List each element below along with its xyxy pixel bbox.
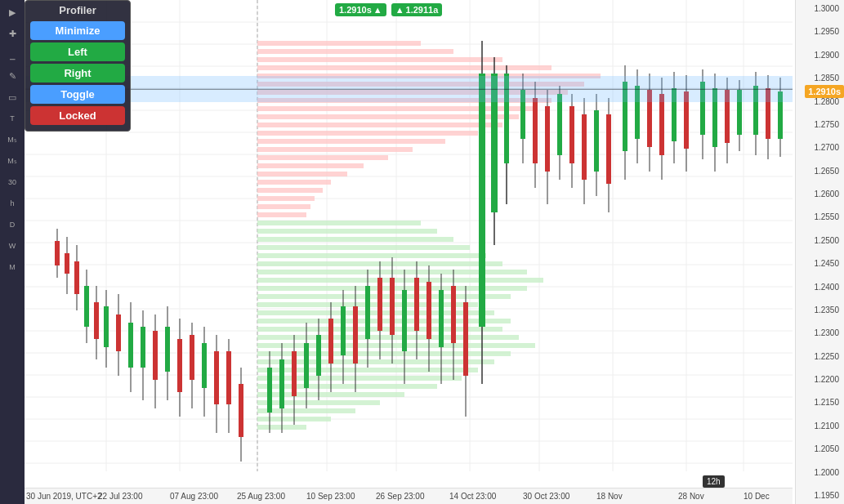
svg-rect-61: [257, 57, 502, 62]
right-button[interactable]: Right: [30, 64, 125, 83]
svg-rect-144: [439, 290, 444, 347]
current-price-badge: 1.2910s: [805, 85, 844, 98]
svg-rect-104: [177, 339, 182, 392]
sidebar-text-icon[interactable]: T: [2, 109, 22, 128]
time-label-7: 30 Oct 23:00: [523, 492, 569, 501]
sidebar-m5-icon[interactable]: M₅: [2, 151, 22, 171]
sidebar-line-icon[interactable]: ⎯: [2, 45, 22, 65]
svg-rect-69: [257, 123, 502, 127]
svg-rect-79: [257, 204, 310, 209]
svg-rect-112: [226, 351, 231, 404]
svg-rect-178: [659, 94, 664, 155]
svg-rect-39: [257, 376, 462, 381]
svg-rect-118: [279, 359, 284, 408]
svg-rect-114: [239, 384, 243, 437]
price-axis: 1.3000 1.2950 1.2900 1.2850 1.2800 1.275…: [795, 0, 844, 504]
price-1265: 1.2650: [797, 167, 842, 176]
svg-rect-88: [84, 286, 89, 327]
current-price-value: 1.2910s: [808, 87, 841, 96]
sidebar-30-icon[interactable]: 30: [2, 172, 22, 192]
svg-rect-54: [257, 253, 486, 258]
svg-rect-128: [341, 306, 346, 355]
svg-rect-0: [25, 0, 793, 488]
toggle-button[interactable]: Toggle: [30, 85, 125, 104]
price-1225: 1.2250: [797, 352, 842, 361]
price-1240: 1.2400: [797, 283, 842, 292]
svg-rect-94: [116, 314, 121, 351]
svg-rect-146: [451, 286, 456, 343]
sidebar-m-icon[interactable]: M: [2, 257, 22, 277]
svg-rect-51: [257, 278, 543, 283]
svg-rect-71: [257, 139, 445, 144]
svg-rect-92: [104, 306, 109, 347]
chart-svg: [25, 0, 793, 488]
sidebar-cursor-icon[interactable]: ▶: [2, 2, 22, 22]
price-1215: 1.2150: [797, 398, 842, 407]
svg-rect-77: [257, 188, 323, 193]
svg-rect-78: [257, 196, 315, 201]
svg-rect-57: [257, 229, 437, 234]
price-1245: 1.2450: [797, 259, 842, 268]
svg-rect-110: [214, 351, 219, 404]
ask-price: 1.2911a: [406, 5, 439, 15]
svg-rect-102: [165, 327, 170, 372]
sidebar-w-icon[interactable]: W: [2, 236, 22, 256]
time-label-0: 30 Jun 2019, UTC+2: [26, 492, 102, 501]
profiler-panel: Profiler Minimize Left Right Toggle Lock…: [25, 0, 131, 132]
time-label-4: 10 Sep 23:00: [306, 492, 355, 501]
svg-rect-84: [65, 253, 69, 274]
profiler-title: Profiler: [30, 4, 125, 16]
locked-button[interactable]: Locked: [30, 106, 125, 125]
sidebar-rect-icon[interactable]: ▭: [2, 87, 22, 107]
svg-rect-36: [257, 400, 380, 405]
timeframe-badge[interactable]: 12h: [703, 475, 725, 488]
time-label-2: 07 Aug 23:00: [170, 492, 218, 501]
bid-price: 1.2910s: [339, 5, 372, 15]
price-1280: 1.2800: [797, 97, 842, 106]
sidebar-crosshair-icon[interactable]: ✚: [2, 24, 22, 43]
sidebar-h-icon[interactable]: h: [2, 194, 22, 213]
ask-tag: ▲ 1.2911a: [391, 3, 443, 16]
svg-rect-140: [414, 278, 419, 331]
svg-rect-72: [257, 147, 413, 152]
svg-rect-56: [257, 237, 453, 242]
svg-rect-120: [292, 351, 297, 396]
price-1205: 1.2050: [797, 444, 842, 453]
svg-rect-43: [257, 343, 535, 348]
svg-rect-108: [202, 343, 207, 388]
sidebar-pencil-icon[interactable]: ✎: [2, 66, 22, 86]
svg-rect-160: [545, 106, 550, 172]
sidebar-measure-icon[interactable]: M₅: [2, 130, 22, 149]
sidebar: ▶ ✚ ⎯ ✎ ▭ T M₅ M₅ 30 h D W M: [0, 0, 25, 504]
price-1260: 1.2600: [797, 190, 842, 198]
svg-rect-55: [257, 245, 470, 250]
svg-rect-150: [479, 74, 485, 327]
svg-rect-90: [94, 302, 99, 339]
chart-container: ▶ ✚ ⎯ ✎ ▭ T M₅ M₅ 30 h D W M Profiler Mi…: [0, 0, 844, 504]
svg-rect-132: [365, 286, 370, 339]
svg-rect-70: [257, 131, 478, 136]
price-1230: 1.2300: [797, 328, 842, 337]
svg-rect-100: [153, 331, 158, 380]
bid-tag: 1.2910s ▲: [335, 3, 386, 16]
svg-rect-75: [257, 172, 347, 176]
svg-rect-142: [426, 282, 431, 339]
svg-rect-80: [257, 212, 306, 217]
left-button[interactable]: Left: [30, 42, 125, 61]
minimize-button[interactable]: Minimize: [30, 21, 125, 40]
svg-rect-62: [257, 65, 552, 70]
sidebar-fib-icon[interactable]: D: [2, 215, 22, 234]
svg-rect-134: [377, 278, 382, 331]
svg-rect-106: [190, 335, 194, 380]
svg-rect-40: [257, 368, 478, 372]
price-1200: 1.2000: [797, 468, 842, 477]
svg-rect-73: [257, 155, 388, 160]
up-arrow-icon: ▲: [373, 5, 382, 15]
price-1195: 1.1950: [797, 491, 842, 500]
svg-rect-47: [257, 310, 494, 315]
ask-arrow-icon: ▲: [395, 5, 404, 15]
time-label-10: 10 Dec: [744, 492, 770, 501]
svg-rect-49: [257, 294, 511, 299]
svg-rect-60: [257, 49, 453, 54]
price-1295: 1.2950: [797, 27, 842, 36]
